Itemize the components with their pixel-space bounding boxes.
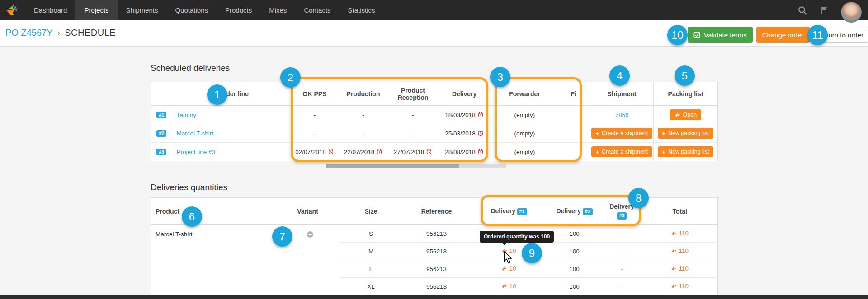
callout-9: 9 [522,243,542,263]
table-row: #1 Tammy - - - 18/03/2018 (empty) 7856 O… [151,106,718,124]
nav-products[interactable]: Products [217,0,260,20]
delivery3-quantity: - [602,225,642,243]
production-value: - [339,124,388,143]
delivery3-quantity: - [602,243,642,260]
flag-button[interactable] [819,6,829,15]
new-packing-list-button[interactable]: +New packing list [658,128,714,139]
forwarder-value: (empty) [491,124,559,143]
bottom-edge [0,295,868,299]
total-quantity: 110 [671,283,689,290]
search-button[interactable] [797,5,807,15]
col-ok-pps: OK PPS [291,82,339,106]
callout-6: 6 [182,206,202,227]
col-order-line: Order line [172,82,291,106]
flag-icon [819,6,829,15]
scrollbar-thumb[interactable] [326,164,459,168]
col-total: Total [642,198,718,225]
alarm-clock-icon [426,149,432,155]
plus-icon: + [596,131,599,136]
bird-icon [671,248,677,253]
col-production: Production [339,82,388,106]
user-avatar[interactable] [841,2,862,23]
nav-statistics[interactable]: Statistics [340,0,384,20]
nav-quotations[interactable]: Quotations [166,0,217,20]
total-quantity: 110 [671,265,689,272]
callout-8: 8 [628,188,649,208]
delivery2-quantity: 100 [547,243,602,260]
main-menu: Dashboard Projects Shipments Quotations … [25,0,384,20]
delivery2-quantity: 100 [547,260,602,278]
plus-icon: + [662,131,666,136]
table-row: #2 Marcel T-shirt - - - 25/03/2018 (empt… [151,124,718,143]
create-shipment-button[interactable]: +Create a shipment [591,128,653,139]
plus-icon: + [596,149,599,155]
reference-value: 956213 [403,278,471,295]
deliveries-quantities-table: Product Variant Size Reference Delivery … [151,197,718,295]
callout-10: 10 [667,25,688,45]
size-value: S [340,225,403,243]
total-quantity: 110 [671,248,689,254]
ok-pps-date: 02/07/2018 [291,143,339,161]
horizontal-scrollbar[interactable] [326,164,506,168]
breadcrumb-po-link[interactable]: PO Z4567Y [5,28,53,38]
order-line-link[interactable]: Marcel T-shirt [177,130,214,137]
order-line-link[interactable]: Tammy [177,112,197,118]
nav-projects[interactable]: Projects [75,0,117,20]
shipment-link[interactable]: 7856 [615,112,628,118]
product-name: Marcel T-shirt [151,225,276,295]
nav-contacts[interactable]: Contacts [295,0,339,20]
reception-date: 27/07/2018 [388,143,438,161]
bird-icon [671,266,677,271]
delivery-date: 25/03/2018 [438,124,491,143]
callout-7: 7 [272,226,292,247]
table-row: #3 Project line #3 02/07/2018 22/07/2018… [151,143,718,161]
bird-icon [501,248,507,253]
ok-pps-value: - [291,106,339,124]
production-value: - [339,106,388,124]
nav-dashboard[interactable]: Dashboard [25,0,75,20]
minus-circle-icon [307,231,314,238]
delivery1-quantity[interactable]: 10 [501,265,516,272]
validate-terms-button[interactable]: Validate terms [688,27,753,43]
callout-4: 4 [609,65,630,86]
quantity-tooltip: Ordered quantity was 100 [480,231,554,243]
top-nav: Dashboard Projects Shipments Quotations … [0,0,868,20]
delivery3-quantity: - [602,278,642,295]
reception-value: - [388,124,438,143]
header-actions: Validate terms Change order Return to or… [688,27,868,43]
alarm-clock-icon [477,149,484,155]
create-shipment-button[interactable]: +Create a shipment [591,146,653,157]
bird-icon [501,266,507,271]
delivery1-quantity[interactable]: 10 [501,283,516,290]
open-packing-list-button[interactable]: Open [670,109,702,120]
callout-2: 2 [280,67,301,88]
col-delivery-2: Delivery #2 [547,198,602,225]
delivery-date: 18/03/2018 [438,106,491,124]
col-size: Size [340,198,403,225]
col-delivery: Delivery [438,82,491,106]
validate-terms-label: Validate terms [704,31,747,39]
table-row: Marcel T-shirt - S 956213 10 100 - 110 [151,225,718,243]
table-header-row: Order line OK PPS Production Product Rec… [151,82,718,106]
new-packing-list-button[interactable]: +New packing list [658,146,714,157]
nav-shipments[interactable]: Shipments [118,0,167,20]
reception-value: - [388,106,438,124]
change-order-button[interactable]: Change order [756,27,810,43]
ok-pps-value: - [291,124,339,143]
nav-mixes[interactable]: Mixes [260,0,295,20]
plus-icon: + [662,149,666,155]
alarm-clock-icon [477,130,484,136]
page-title: SCHEDULE [65,28,116,38]
delivery2-quantity: 100 [547,225,602,243]
delivery3-quantity: - [602,260,642,278]
order-line-link[interactable]: Project line #3 [177,149,216,155]
size-value: XL [340,278,403,295]
size-value: M [340,243,403,260]
size-value: L [340,260,403,278]
bird-icon [671,231,677,236]
app-logo[interactable] [0,0,25,20]
reference-value: 956213 [403,260,471,278]
col-product-reception: Product Reception [388,82,438,106]
delivery1-quantity[interactable]: 10 [501,248,516,254]
breadcrumb: PO Z4567Y › SCHEDULE [5,28,116,38]
